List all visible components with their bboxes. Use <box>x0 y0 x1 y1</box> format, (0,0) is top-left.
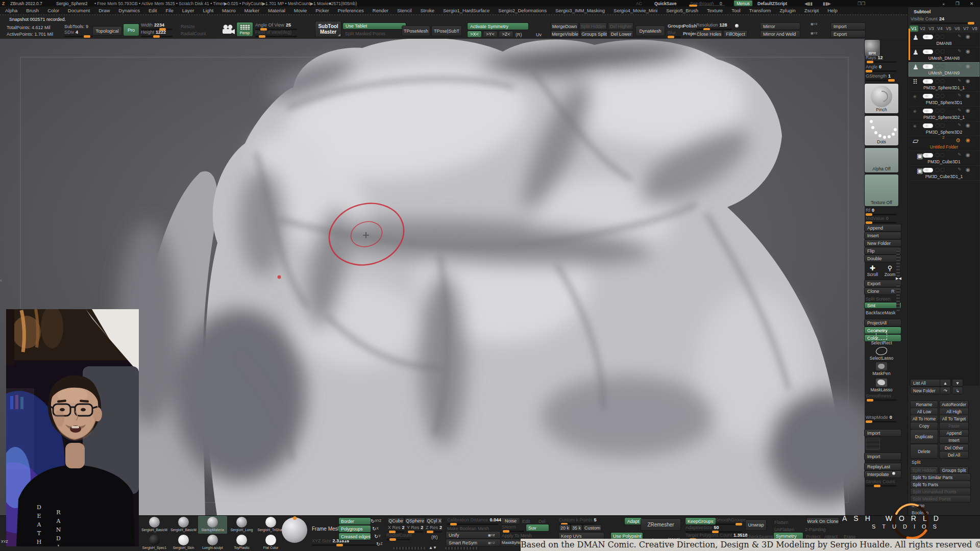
all-low-button[interactable]: All Low <box>911 408 938 415</box>
symmetry-r-button[interactable]: (R) <box>516 32 522 37</box>
custom-k-points-slider[interactable]: Custom k Points5 <box>559 518 595 525</box>
menu-item[interactable]: Macro <box>222 8 235 13</box>
eye-icon[interactable]: ◉ <box>966 48 970 54</box>
eye-icon[interactable]: ◉ <box>966 78 970 84</box>
backfacemask-button[interactable]: BackfaceMask <box>866 310 896 315</box>
eye-icon[interactable]: ◉ <box>966 34 970 39</box>
visibility-pill[interactable] <box>923 79 933 84</box>
mergevisible-button[interactable]: MergeVisible <box>551 31 579 37</box>
noise-del-button[interactable]: Del <box>538 519 546 524</box>
z-res-slider[interactable]: Z Res2 <box>426 525 442 533</box>
2-painting-button[interactable]: 2-Painting <box>805 527 826 532</box>
polypaint-brush-icon[interactable]: ✎ <box>958 122 962 128</box>
menu-item[interactable]: Stroke <box>421 8 434 13</box>
persp-button[interactable]: Persp <box>237 22 253 36</box>
visibility-pill[interactable] <box>923 109 933 113</box>
axis-grid-icon[interactable]: ▦YZ <box>811 31 817 35</box>
axis-grid-icon[interactable]: ▦YZ <box>811 22 817 26</box>
topological-button[interactable]: Topological <box>93 27 121 35</box>
menu-item[interactable]: Texture <box>707 8 723 13</box>
radial-r-flag[interactable]: (R) <box>431 535 438 540</box>
variant-tab[interactable]: V3 <box>927 26 936 32</box>
visible-count-slider[interactable]: Visible Count24 <box>911 17 976 24</box>
midvalue-slider[interactable]: MidValue0 <box>866 216 896 223</box>
menu-item[interactable]: Color <box>47 8 59 13</box>
rotate-xyz-icon[interactable]: ↻XYZ <box>371 518 381 524</box>
resize-button[interactable]: Resize <box>181 24 195 29</box>
menu-item[interactable]: Dynamics <box>118 8 140 13</box>
shelf-scrollbar[interactable] <box>896 285 900 311</box>
split-hidden-button[interactable]: Split Hidden <box>911 467 938 473</box>
polypaint-brush-icon[interactable]: ✎ <box>958 34 962 39</box>
material-tile[interactable]: SergioH_Long <box>227 516 256 534</box>
mirror-button[interactable]: Mirror <box>761 23 800 30</box>
mergedown-button[interactable]: MergeDown <box>551 23 578 30</box>
import-button[interactable]: Import <box>865 453 901 460</box>
shelf-button[interactable]: Insert <box>865 232 901 239</box>
menu-item[interactable]: Sergio2_Deformations <box>498 8 547 13</box>
menu-item[interactable]: Brush <box>26 8 39 13</box>
alpha-off-tile[interactable]: Alpha Off <box>865 148 898 172</box>
radialcount-slider[interactable]: RadialCount <box>181 31 206 36</box>
wrapmode-slider[interactable]: WrapMode0 <box>866 415 896 422</box>
all-to-target-button[interactable]: All To Target <box>940 415 968 422</box>
subtool-row[interactable]: ✳ ⚙ ◯◯ ✎ ◉ PM3D_Sphere3D2 <box>909 121 979 136</box>
shelf-scrollbar[interactable] <box>896 250 900 277</box>
noise-button[interactable]: Noise <box>502 518 520 524</box>
eye-icon[interactable]: ◉ <box>966 108 970 113</box>
flatten-button[interactable]: Flatten <box>774 520 789 525</box>
height-slider[interactable]: Height1222 <box>141 30 173 37</box>
field-of-view-slider[interactable]: Field of view(deg) <box>255 30 297 37</box>
current-stroke-dots[interactable]: Dots <box>865 116 898 145</box>
variant-tab[interactable]: V1 <box>910 26 918 32</box>
close-icon[interactable]: ✕ <box>970 1 973 6</box>
menu-item[interactable]: Help <box>827 8 838 13</box>
texture-off-tile[interactable]: Texture Off <box>865 174 898 206</box>
visibility-pill[interactable] <box>923 94 933 98</box>
current-brush-pinch[interactable]: Pinch <box>865 84 898 113</box>
sdiv-slider[interactable]: SDiv4 <box>64 30 93 37</box>
menus-toggle[interactable]: Menus <box>734 1 752 6</box>
subtool-row[interactable]: ♟ ⚙ ◯◯ ✎ ◉ UMesh_DMAN9 <box>909 62 979 77</box>
menu-item[interactable]: Sergio1_HardSurface <box>443 8 489 13</box>
adaptivesize-slider[interactable]: AdaptiveSize50 <box>685 525 743 533</box>
paste-button[interactable]: Paste <box>940 422 968 429</box>
xyz-size-slider[interactable]: XYZ Size2.31816 <box>312 539 379 546</box>
shelf-button[interactable]: Flip <box>865 247 901 254</box>
material-tile[interactable]: SergioH_BasicM <box>169 516 198 534</box>
shelf-button[interactable]: New Folder <box>865 240 901 246</box>
del-higher-button[interactable]: Del Higher <box>608 23 633 30</box>
menu-item[interactable]: Zscript <box>804 8 819 13</box>
unwrap-button[interactable]: Unwrap <box>746 520 766 530</box>
rays-slider[interactable]: Rays12 <box>866 56 896 63</box>
menu-item[interactable]: Transform <box>749 8 771 13</box>
material-tile[interactable]: ToyPlastic <box>227 534 256 551</box>
list-scrollbar[interactable] <box>909 29 910 60</box>
eye-icon[interactable]: ◉ <box>966 122 970 128</box>
menu-item[interactable]: Alpha <box>5 8 17 13</box>
strokes-count-slider[interactable]: Strokes Count <box>866 480 896 487</box>
polypaint-brush-icon[interactable]: ✎ <box>958 63 962 68</box>
work-on-clone-button[interactable]: Work On Clone <box>807 518 839 524</box>
maskpen-tool[interactable]: MaskPen <box>868 362 895 376</box>
width-slider[interactable]: Width2234 <box>141 23 173 30</box>
rotate-y-icon[interactable]: ↻Y <box>374 534 381 539</box>
material-tile[interactable]: Flat Color <box>256 534 285 551</box>
polypaint-brush-icon[interactable]: ✎ <box>958 108 962 113</box>
selectrect-tool[interactable]: SelectRect <box>868 331 895 345</box>
interpolate-button[interactable]: Interpolate <box>865 471 901 478</box>
shelf-collapse-arrows-icon[interactable]: ▲▼ <box>429 545 437 550</box>
visibility-pill[interactable] <box>923 49 933 54</box>
35k-button[interactable]: 35 k <box>571 525 582 531</box>
symmetry-y-button[interactable]: >Y< <box>483 31 497 37</box>
insert-button[interactable]: Insert <box>940 437 968 443</box>
polish-button[interactable]: Polish <box>683 23 697 29</box>
suv-button[interactable]: Suv <box>526 524 549 531</box>
zremesher-button[interactable]: ZRemesher <box>641 519 680 530</box>
frame-polygroups-toggle[interactable]: Polygroups <box>339 525 371 532</box>
angle-of-view-slider[interactable]: Angle Of View25 <box>255 23 297 30</box>
adapt-button[interactable]: Adapt <box>625 518 642 524</box>
menu-item[interactable]: Stencil <box>397 8 412 13</box>
selectlasso-tool[interactable]: SelectLasso <box>868 347 895 361</box>
zoom-tool[interactable]: ⚲Zoom <box>882 264 898 277</box>
